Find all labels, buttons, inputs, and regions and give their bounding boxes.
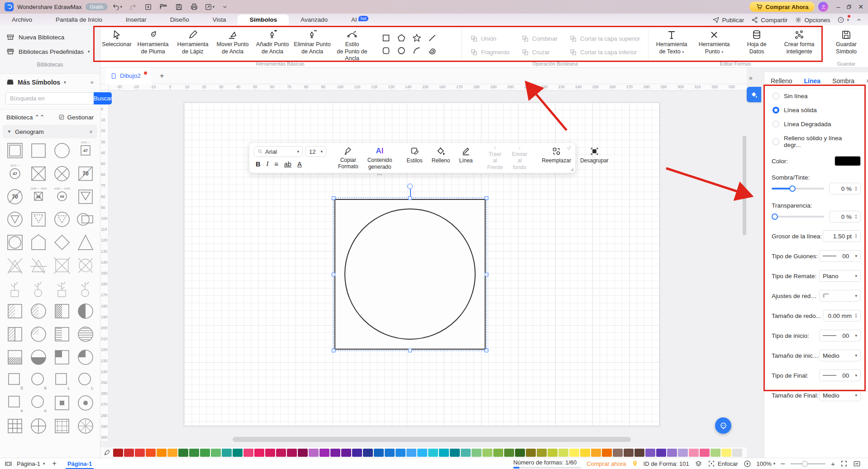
- symbol-square-slash-70[interactable]: 70: [74, 162, 97, 185]
- symbol-circle-sub-o[interactable]: o: [27, 392, 50, 414]
- close-button[interactable]: ✕: [858, 3, 863, 10]
- palette-color[interactable]: [645, 449, 655, 457]
- panel-tab-línea[interactable]: Línea: [804, 77, 820, 85]
- new-tab-button[interactable]: +: [156, 71, 168, 81]
- palette-color[interactable]: [678, 449, 688, 457]
- selection-handle[interactable]: [332, 273, 335, 276]
- symbol-square-grid-2[interactable]: [50, 415, 74, 437]
- symbol-plant-circle[interactable]: [27, 277, 50, 300]
- symbol-pentagon[interactable]: [27, 231, 50, 254]
- palette-color[interactable]: [124, 449, 134, 457]
- boolean-cortar-la-capa-inferior[interactable]: Cortar la capa inferior: [569, 48, 640, 56]
- palette-color[interactable]: [113, 449, 123, 457]
- palette-color[interactable]: [233, 449, 243, 457]
- symbol-triangle-cross[interactable]: [3, 254, 27, 277]
- tool-anchor-style[interactable]: Estilode Punto de Ancla: [332, 28, 372, 62]
- close-group-icon[interactable]: ×: [89, 128, 93, 135]
- palette-color[interactable]: [341, 449, 351, 457]
- selection-handle[interactable]: [332, 196, 335, 200]
- symbol-search-input[interactable]: [5, 92, 94, 104]
- symbol-circle-rect[interactable]: [74, 208, 97, 231]
- add-page-button[interactable]: +: [50, 460, 59, 468]
- print-button[interactable]: [188, 2, 200, 12]
- palette-color[interactable]: [167, 449, 177, 457]
- predefined-libraries-button[interactable]: Bibliotecas Predefinidas▾: [0, 44, 100, 59]
- zoom-out-button[interactable]: –: [781, 460, 785, 468]
- search-button[interactable]: Buscar: [94, 92, 112, 104]
- symbol-square-sub-o[interactable]: o: [3, 392, 27, 414]
- sombra-tinte-value[interactable]: 0 %▲▼: [829, 183, 861, 194]
- tool-datasheet[interactable]: Hoja deDatos: [735, 28, 778, 55]
- tipo-de-guiones-dropdown[interactable]: 00▾: [819, 250, 861, 262]
- panel-tab-relleno[interactable]: Relleno: [771, 77, 792, 85]
- align-button[interactable]: ≡: [274, 161, 278, 168]
- save-button[interactable]: [173, 2, 185, 12]
- palette-color[interactable]: [504, 449, 514, 457]
- palette-color[interactable]: [146, 449, 156, 457]
- maximize-button[interactable]: [846, 4, 852, 9]
- menu-tab-insertar[interactable]: Insertar: [114, 14, 158, 25]
- zoom-slider[interactable]: [790, 463, 825, 464]
- help-button[interactable]: ?▾: [837, 16, 849, 24]
- symbol-circle-x-light[interactable]: [74, 254, 97, 277]
- palette-color[interactable]: [548, 449, 558, 457]
- palette-color[interactable]: [406, 449, 416, 457]
- symbol-triangle[interactable]: [74, 231, 97, 254]
- palette-color[interactable]: [624, 449, 634, 457]
- tipo-de-final-dropdown[interactable]: 00▾: [819, 370, 861, 381]
- menu-compartir-button[interactable]: Compartir: [751, 16, 787, 24]
- copy-format-button[interactable]: Copiar Formato: [335, 146, 361, 171]
- palette-color[interactable]: [320, 449, 329, 457]
- tool-remove-anchor[interactable]: Eliminar Puntode Ancla: [292, 28, 332, 55]
- symbol-circle-slash-70[interactable]: 70: [3, 185, 27, 208]
- resize-handle[interactable]: ◢: [570, 167, 573, 171]
- boolean-unión[interactable]: Unión: [470, 35, 510, 43]
- new-library-button[interactable]: Nueva Biblioteca: [0, 30, 100, 44]
- symbol-square-stripe-half[interactable]: [50, 323, 74, 346]
- symbol-circle-quarter[interactable]: [74, 346, 97, 369]
- palette-color[interactable]: [721, 449, 731, 457]
- palette-color[interactable]: [711, 449, 720, 457]
- palette-color[interactable]: [157, 449, 167, 457]
- symbol-square-tri[interactable]: [74, 185, 97, 208]
- buy-now-button[interactable]: Comprar Ahora: [749, 2, 815, 12]
- symbol-square-x[interactable]: [27, 162, 50, 185]
- palette-color[interactable]: [515, 449, 525, 457]
- palette-color[interactable]: [526, 449, 536, 457]
- palette-color[interactable]: [309, 449, 319, 457]
- boolean-combinar[interactable]: Combinar: [521, 35, 558, 43]
- avatar[interactable]: [818, 2, 828, 12]
- symbol-square-half-hatch-2[interactable]: [3, 323, 27, 346]
- redo-button[interactable]: [127, 2, 138, 12]
- palette-color[interactable]: [461, 449, 471, 457]
- palette-color[interactable]: [352, 449, 362, 457]
- symbol-circle[interactable]: [50, 139, 74, 162]
- palette-color[interactable]: [330, 449, 340, 457]
- fit-width-icon[interactable]: [853, 460, 861, 468]
- more-symbols-label[interactable]: Más Símbolos: [18, 79, 60, 86]
- symbol-circle-half-bottom[interactable]: [27, 346, 50, 369]
- menu-tab-avanzado[interactable]: Avanzado: [289, 14, 339, 25]
- menu-tab-ai[interactable]: AIhot: [339, 14, 380, 25]
- library-label[interactable]: Biblioteca ⌃⌃: [6, 114, 45, 121]
- tool-add-anchor[interactable]: Añadir Puntode Ancla: [253, 28, 292, 55]
- palette-color[interactable]: [558, 449, 568, 457]
- palette-color[interactable]: [265, 449, 275, 457]
- boolean-fragmento[interactable]: Fragmento: [470, 48, 510, 56]
- fill-panel-shortcut-button[interactable]: [747, 87, 761, 102]
- symbol-square-quarter[interactable]: [50, 346, 74, 369]
- tool-pencil[interactable]: Herramientade Lápiz: [173, 28, 213, 55]
- tool-save-symbol[interactable]: GuardarSímbolo: [825, 28, 868, 55]
- transparencia-slider[interactable]: [772, 216, 824, 218]
- symbol-plant-square-2[interactable]: [50, 277, 74, 300]
- menu-tab-pantalla-de-inicio[interactable]: Pantalla de Inicio: [44, 14, 114, 25]
- horizontal-scrollbar[interactable]: [233, 437, 631, 442]
- radio-sin-l-nea[interactable]: Sin línea: [764, 89, 868, 103]
- symbol-square-check-half-2[interactable]: [3, 346, 27, 369]
- panel-collapse-icon[interactable]: »: [749, 74, 753, 81]
- tipo-de-remate-dropdown[interactable]: Plano▾: [819, 270, 861, 282]
- tama-o-de-inicio-dropdown[interactable]: Medio▾: [819, 350, 861, 361]
- shape-ellipse-button[interactable]: [396, 46, 406, 56]
- panel-tab-sombra[interactable]: Sombra: [832, 77, 854, 85]
- palette-color[interactable]: [613, 449, 623, 457]
